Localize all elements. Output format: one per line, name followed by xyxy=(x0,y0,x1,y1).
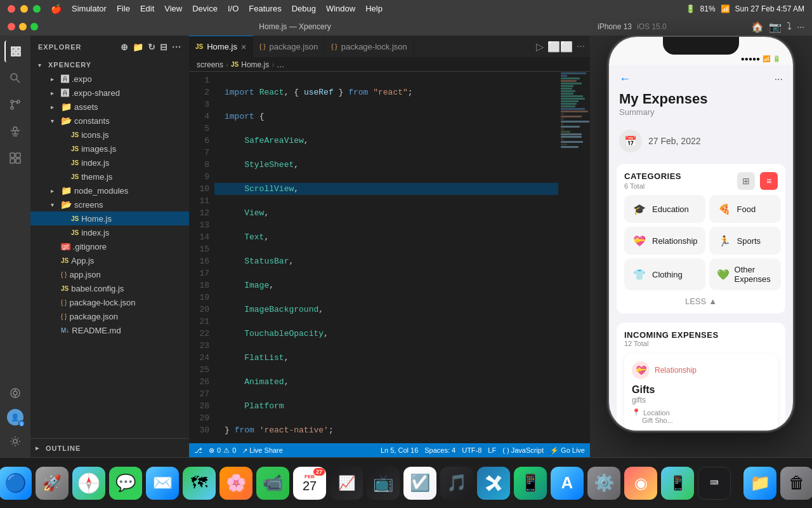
sidebar-item-index-const[interactable]: JS index.js xyxy=(30,156,189,170)
dock-mail[interactable]: ✉️ xyxy=(146,467,179,500)
collapse-icon[interactable]: ⊟ xyxy=(160,42,168,52)
category-sports[interactable]: 🏃 Sports xyxy=(709,227,781,255)
new-folder-icon[interactable]: 📁 xyxy=(133,42,144,52)
sidebar-item-home[interactable]: JS Home.js xyxy=(30,211,189,225)
screenshot-icon[interactable]: 📷 xyxy=(769,21,782,33)
sidebar-item-expo-shared[interactable]: ▸ 🅰 .expo-shared xyxy=(30,86,189,100)
sidebar-item-package[interactable]: { } package.json xyxy=(30,309,189,323)
dock-calendar[interactable]: FEB 27 27 xyxy=(293,467,326,500)
back-button[interactable]: ← xyxy=(619,72,631,86)
tab-home[interactable]: JS Home.js × xyxy=(189,36,253,57)
dock-terminal[interactable]: ⌨ xyxy=(698,467,731,500)
activity-settings[interactable] xyxy=(4,431,26,452)
status-language[interactable]: ( ) JavaScript xyxy=(502,446,544,454)
category-food[interactable]: 🍕 Food xyxy=(709,195,781,223)
maximize-button[interactable] xyxy=(33,5,41,13)
dock-launchpad[interactable]: 🚀 xyxy=(36,467,69,500)
menu-features[interactable]: Features xyxy=(249,4,281,14)
activity-remote[interactable] xyxy=(4,382,26,404)
outline-section[interactable]: ▸ OUTLINE xyxy=(30,438,189,457)
status-line-ending[interactable]: LF xyxy=(488,446,496,454)
sidebar-item-images[interactable]: JS images.js xyxy=(30,142,189,156)
status-go-live[interactable]: ⚡ Go Live xyxy=(550,446,585,455)
category-relationship[interactable]: 💝 Relationship xyxy=(624,227,705,255)
activity-explorer[interactable] xyxy=(4,41,26,62)
menu-help[interactable]: Help xyxy=(365,4,383,14)
dock-whatsapp[interactable]: 📱 xyxy=(514,467,547,500)
dock-safari[interactable] xyxy=(72,467,105,500)
menu-view[interactable]: View xyxy=(164,4,182,14)
refresh-icon[interactable]: ↻ xyxy=(148,42,156,52)
breadcrumb-homejs[interactable]: Home.js xyxy=(241,60,269,69)
menu-file[interactable]: File xyxy=(117,4,130,14)
minimize-button[interactable] xyxy=(20,5,28,13)
sidebar-item-icons[interactable]: JS icons.js xyxy=(30,128,189,142)
sidebar-item-index-screens[interactable]: JS index.js xyxy=(30,225,189,239)
sidebar-item-xpencery[interactable]: ▾ XPENCERY xyxy=(30,58,189,72)
dock-arc[interactable]: ◉ xyxy=(624,467,657,500)
category-clothing[interactable]: 👕 Clothing xyxy=(624,258,705,290)
breadcrumb-screens[interactable]: screens xyxy=(197,60,223,69)
dock-appletv[interactable]: 📺 xyxy=(367,467,400,500)
menu-io[interactable]: I/O xyxy=(228,4,239,14)
dock-messages[interactable]: 💬 xyxy=(109,467,142,500)
menu-debug[interactable]: Debug xyxy=(292,4,316,14)
dock-music[interactable]: 🎵 xyxy=(440,467,473,500)
split-editor-button[interactable]: ⬜⬜ xyxy=(547,41,573,53)
sidebar-item-assets[interactable]: ▸ 📁 assets xyxy=(30,100,189,114)
status-spaces[interactable]: Spaces: 4 xyxy=(424,446,455,454)
tab-package-lock[interactable]: { } package-lock.json xyxy=(325,36,414,57)
menu-dots-icon[interactable]: ··· xyxy=(775,74,783,85)
vscode-maximize[interactable] xyxy=(30,23,38,30)
dock-reminders[interactable]: ☑️ xyxy=(403,467,436,500)
activity-extensions[interactable] xyxy=(4,147,26,169)
status-live-share[interactable]: ↗ Live Share xyxy=(242,446,283,454)
menu-device[interactable]: Device xyxy=(192,4,218,14)
run-button[interactable]: ▷ xyxy=(536,41,544,53)
less-button[interactable]: LESS ▲ xyxy=(624,297,778,306)
dock-stocks[interactable]: 📈 xyxy=(330,467,363,500)
dock-trash[interactable]: 🗑 xyxy=(780,467,812,500)
dock-preferences[interactable]: ⚙️ xyxy=(587,467,620,500)
sidebar-item-app-json[interactable]: { } app.json xyxy=(30,267,189,281)
sidebar-item-readme[interactable]: M↓ README.md xyxy=(30,323,189,337)
vscode-close[interactable] xyxy=(8,23,15,30)
code-editor[interactable]: 12345 678910 1112131415 1617181920 21222… xyxy=(189,72,590,443)
status-errors[interactable]: ⊗ 0 ⚠ 0 xyxy=(209,446,236,455)
dock-photos[interactable]: 🌸 xyxy=(219,467,252,500)
dock-maps[interactable]: 🗺 xyxy=(183,467,216,500)
dock-finder2[interactable]: 📁 xyxy=(743,467,776,500)
sidebar-item-app[interactable]: JS App.js xyxy=(30,253,189,267)
sidebar-item-babel[interactable]: JS babel.config.js xyxy=(30,281,189,295)
user-avatar[interactable]: 👤 1 xyxy=(7,409,23,425)
dock-finder[interactable]: 🔵 xyxy=(0,467,32,500)
status-encoding[interactable]: UTF-8 xyxy=(462,446,481,454)
activity-debug[interactable] xyxy=(4,121,26,142)
category-education[interactable]: 🎓 Education xyxy=(624,195,705,223)
sidebar-item-screens[interactable]: ▾ 📂 screens xyxy=(30,197,189,211)
menu-apple[interactable]: 🍎 xyxy=(51,4,62,14)
dock-appstore[interactable]: A xyxy=(551,467,584,500)
menu-simulator[interactable]: Simulator xyxy=(72,4,107,14)
expense-card[interactable]: 💝 Relationship Gifts gifts 📍 Location Gi… xyxy=(624,354,778,431)
menu-edit[interactable]: Edit xyxy=(140,4,154,14)
more-iphone-actions[interactable]: ··· xyxy=(797,22,804,32)
vscode-minimize[interactable] xyxy=(19,23,27,30)
sidebar-item-gitignore[interactable]: git .gitignore xyxy=(30,239,189,253)
home-icon[interactable]: 🏠 xyxy=(751,21,764,33)
grid-view-button[interactable]: ⊞ xyxy=(737,172,755,190)
more-actions-button[interactable]: ··· xyxy=(577,41,585,52)
dock-simulator[interactable]: 📱 xyxy=(661,467,694,500)
activity-search[interactable] xyxy=(4,67,26,89)
sidebar-item-node-modules[interactable]: ▸ 📁 node_modules xyxy=(30,184,189,197)
dock-vscode[interactable] xyxy=(477,467,510,500)
close-button[interactable] xyxy=(8,5,15,13)
activity-source-control[interactable] xyxy=(4,94,26,116)
dock-facetime[interactable]: 📹 xyxy=(256,467,289,500)
sidebar-item-package-lock[interactable]: { } package-lock.json xyxy=(30,295,189,309)
more-actions-icon[interactable]: ··· xyxy=(172,42,181,52)
tab-package[interactable]: { } package.json xyxy=(253,36,325,57)
tab-close-home[interactable]: × xyxy=(241,43,246,51)
status-branch[interactable]: ⎇ xyxy=(194,446,202,455)
rotate-icon[interactable]: ⤵ xyxy=(787,21,792,32)
